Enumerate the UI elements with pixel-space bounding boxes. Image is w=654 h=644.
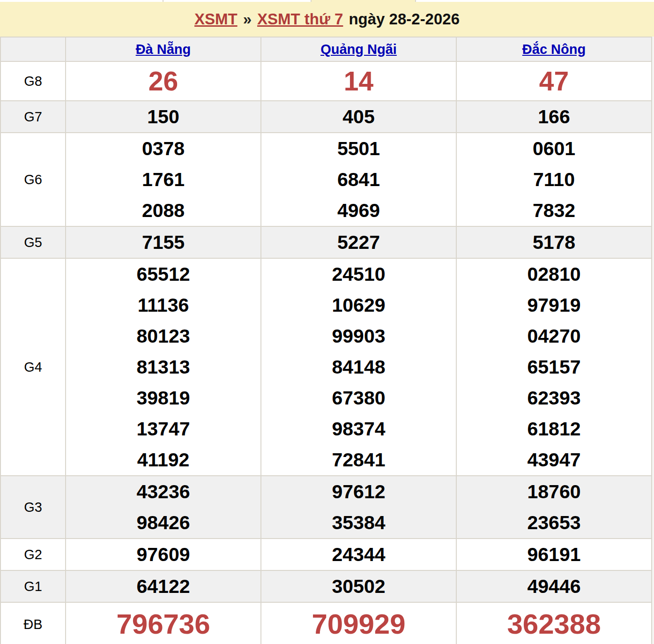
winning-number: 98374 — [261, 413, 456, 444]
breadcrumb: XSMT » XSMT thứ 7 ngày 28-2-2026 — [0, 2, 654, 37]
prize-cell: 24510 10629 99903 84148 67380 98374 7284… — [261, 258, 456, 476]
winning-number: 24510 — [261, 259, 456, 290]
province-link-dak-nong[interactable]: Đắc Nông — [522, 42, 586, 57]
winning-number: 47 — [457, 62, 651, 100]
winning-number: 02810 — [457, 259, 651, 290]
winning-number: 97612 — [261, 476, 456, 507]
winning-number: 7832 — [457, 195, 651, 226]
prize-row-g1: G1 64122 30502 49446 — [0, 570, 652, 602]
winning-number: 99903 — [261, 321, 456, 352]
winning-number: 80123 — [66, 321, 260, 352]
winning-number: 18760 — [457, 476, 651, 507]
winning-number: 6841 — [261, 164, 456, 195]
winning-number: 10629 — [261, 290, 456, 321]
prize-cell: 709929 — [261, 602, 456, 644]
winning-number: 65512 — [66, 259, 260, 290]
winning-number: 4969 — [261, 195, 456, 226]
results-table: Đà Nẵng Quảng Ngãi Đắc Nông G8 26 14 47 … — [0, 37, 652, 644]
prize-cell: 47 — [456, 61, 652, 101]
winning-number: 24344 — [261, 539, 456, 570]
winning-number: 61812 — [457, 413, 651, 444]
prize-cell: 405 — [261, 101, 456, 133]
winning-number: 04270 — [457, 321, 651, 352]
province-link-quang-ngai[interactable]: Quảng Ngãi — [320, 42, 397, 57]
prize-label-g6: G6 — [0, 133, 66, 226]
winning-number: 97609 — [66, 539, 260, 570]
winning-number-special: 709929 — [261, 603, 456, 644]
column-header-quang-ngai: Quảng Ngãi — [261, 37, 456, 61]
prize-cell: 166 — [456, 101, 652, 133]
prize-cell: 7155 — [66, 226, 261, 258]
winning-number: 5227 — [261, 227, 456, 258]
winning-number: 97919 — [457, 290, 651, 321]
prize-label-g4: G4 — [0, 258, 66, 476]
winning-number: 7110 — [457, 164, 651, 195]
prize-label-g8: G8 — [0, 61, 66, 101]
winning-number: 96191 — [457, 539, 651, 570]
prize-cell: 150 — [66, 101, 261, 133]
winning-number: 67380 — [261, 382, 456, 413]
winning-number: 26 — [66, 62, 260, 100]
winning-number: 7155 — [66, 227, 260, 258]
prize-cell: 65512 11136 80123 81313 39819 13747 4119… — [66, 258, 261, 476]
prize-cell: 64122 — [66, 570, 261, 602]
prize-cell: 796736 — [66, 602, 261, 644]
column-header-row: Đà Nẵng Quảng Ngãi Đắc Nông — [0, 37, 652, 61]
prize-row-g6: G6 0378 1761 2088 5501 6841 4969 0601 71… — [0, 133, 652, 226]
prize-cell: 14 — [261, 61, 456, 101]
winning-number: 49446 — [457, 571, 651, 602]
prize-cell: 18760 23653 — [456, 476, 652, 539]
prize-row-g4: G4 65512 11136 80123 81313 39819 13747 4… — [0, 258, 652, 476]
breadcrumb-link-xsmt-thu-7[interactable]: XSMT thứ 7 — [257, 10, 343, 28]
prize-cell: 5178 — [456, 226, 652, 258]
prize-label-g5: G5 — [0, 226, 66, 258]
column-header-dak-nong: Đắc Nông — [456, 37, 652, 61]
top-strip-divider — [163, 0, 164, 2]
winning-number: 81313 — [66, 352, 260, 382]
winning-number: 13747 — [66, 413, 260, 444]
winning-number: 30502 — [261, 571, 456, 602]
prize-label-g1: G1 — [0, 570, 66, 602]
prize-cell: 43236 98426 — [66, 476, 261, 539]
winning-number: 62393 — [457, 382, 651, 413]
breadcrumb-separator: » — [243, 10, 252, 28]
winning-number: 2088 — [66, 195, 260, 226]
winning-number: 41192 — [66, 444, 260, 475]
winning-number: 405 — [261, 101, 456, 132]
winning-number: 1761 — [66, 164, 260, 195]
prize-cell: 30502 — [261, 570, 456, 602]
province-link-da-nang[interactable]: Đà Nẵng — [136, 42, 191, 57]
top-strip-yellow-segment — [311, 0, 416, 2]
winning-number: 14 — [261, 62, 456, 100]
prize-cell: 97612 35384 — [261, 476, 456, 539]
column-header-da-nang: Đà Nẵng — [66, 37, 261, 61]
prize-label-g3: G3 — [0, 476, 66, 539]
winning-number: 35384 — [261, 507, 456, 538]
prize-label-db: ĐB — [0, 602, 66, 644]
prize-cell: 5501 6841 4969 — [261, 133, 456, 226]
winning-number: 65157 — [457, 352, 651, 382]
winning-number: 11136 — [66, 290, 260, 321]
top-strip — [0, 0, 654, 2]
winning-number: 150 — [66, 101, 260, 132]
winning-number: 0378 — [66, 133, 260, 164]
prize-row-g8: G8 26 14 47 — [0, 61, 652, 101]
breadcrumb-date: ngày 28-2-2026 — [349, 10, 460, 28]
prize-cell: 24344 — [261, 539, 456, 570]
winning-number: 43947 — [457, 444, 651, 475]
winning-number: 84148 — [261, 352, 456, 382]
breadcrumb-link-xsmt[interactable]: XSMT — [194, 10, 238, 28]
prize-row-g2: G2 97609 24344 96191 — [0, 539, 652, 570]
prize-cell: 97609 — [66, 539, 261, 570]
winning-number-special: 362388 — [457, 603, 651, 644]
prize-cell: 362388 — [456, 602, 652, 644]
winning-number: 23653 — [457, 507, 651, 538]
winning-number-special: 796736 — [66, 603, 260, 644]
prize-row-g7: G7 150 405 166 — [0, 101, 652, 133]
winning-number: 5501 — [261, 133, 456, 164]
winning-number: 43236 — [66, 476, 260, 507]
winning-number: 39819 — [66, 382, 260, 413]
prize-cell: 49446 — [456, 570, 652, 602]
prize-cell: 0378 1761 2088 — [66, 133, 261, 226]
winning-number: 72841 — [261, 444, 456, 475]
